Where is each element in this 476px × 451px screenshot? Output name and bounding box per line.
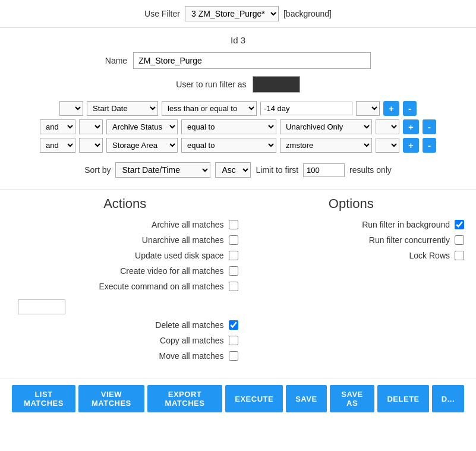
action-delete-checkbox[interactable] (229, 320, 238, 330)
export-matches-button[interactable]: EXPORT MATCHES (147, 385, 223, 412)
filter3-add-button[interactable]: + (403, 138, 419, 153)
filter1-remove-button[interactable]: - (403, 101, 417, 116)
filter2-op-select[interactable]: equal to less than or equal to not equal… (181, 119, 276, 134)
filter2-field-select[interactable]: Archive Status Start Date Storage Area (106, 119, 178, 134)
filter3-remove-button[interactable]: - (423, 138, 436, 153)
action-video-row: Create video for all matches (12, 266, 238, 276)
name-row: Name (0, 52, 476, 69)
save-button[interactable]: SAVE (286, 385, 326, 412)
options-column: Options Run filter in background Run fil… (238, 196, 465, 367)
action-copy-row: Copy all matches (12, 336, 238, 345)
action-delete-row: Delete all matches (12, 320, 238, 330)
filter-row-1: NOT Start Date End Date Archive Status S… (59, 101, 417, 116)
filter1-op-select[interactable]: less than or equal to equal to greater t… (162, 101, 257, 116)
filter1-field-select[interactable]: Start Date End Date Archive Status Stora… (87, 101, 158, 116)
option-lockrows-row: Lock Rows (238, 251, 465, 260)
limit-input[interactable] (303, 163, 345, 177)
user-label: User to run filter as (176, 80, 246, 89)
delete-button[interactable]: DELETE (377, 385, 428, 412)
execute-command-input[interactable] (18, 299, 65, 314)
background-tag: [background] (283, 9, 332, 18)
action-unarchive-label: Unarchive all matches (142, 235, 224, 245)
filter-row-2: and or NOT Archive Status Start Date Sto… (40, 119, 436, 134)
filter-row-3: and or NOT Storage Area Start Date Archi… (40, 138, 436, 153)
filter-rows: NOT Start Date End Date Archive Status S… (0, 101, 476, 153)
action-move-row: Move all matches (12, 351, 238, 361)
use-filter-label: Use Filter (144, 9, 180, 18)
save-as-button[interactable]: SAVE AS (330, 385, 375, 412)
user-row: User to run filter as (0, 76, 476, 93)
action-execute-label: Execute command on all matches (99, 282, 223, 291)
filter3-field-select[interactable]: Storage Area Start Date Archive Status (106, 138, 178, 153)
option-background-checkbox[interactable] (455, 220, 464, 229)
sort-dir-select[interactable]: Asc Desc (215, 162, 251, 178)
filter1-not-select[interactable]: NOT (59, 101, 83, 116)
main-section: Actions Archive all matches Unarchive al… (0, 196, 476, 367)
filter2-not-select[interactable]: NOT (79, 119, 103, 134)
action-diskspace-label: Update used disk space (135, 251, 223, 260)
filter3-extra-select[interactable] (376, 138, 399, 153)
filter2-remove-button[interactable]: - (423, 119, 436, 134)
action-move-label: Move all matches (159, 351, 224, 361)
action-copy-checkbox[interactable] (229, 336, 238, 345)
filter3-op-select[interactable]: equal to less than or equal to not equal… (181, 138, 276, 153)
filter2-value-select[interactable]: Unarchived Only Archived Only All (280, 119, 372, 134)
action-diskspace-checkbox[interactable] (229, 251, 238, 260)
option-concurrent-checkbox[interactable] (455, 235, 464, 245)
limit-suffix: results only (349, 165, 392, 175)
sort-by-label: Sort by (84, 165, 111, 175)
action-video-label: Create video for all matches (120, 266, 223, 276)
name-input[interactable] (133, 52, 371, 69)
view-matches-button[interactable]: VIEW MATCHES (78, 385, 144, 412)
filter-select[interactable]: 3 ZM_Store_Purge* (185, 6, 279, 21)
action-unarchive-checkbox[interactable] (229, 235, 238, 245)
execute-button[interactable]: EXECUTE (225, 385, 283, 412)
actions-column: Actions Archive all matches Unarchive al… (12, 196, 238, 367)
filter3-value-select[interactable]: zmstore default archive (280, 138, 372, 153)
action-diskspace-row: Update used disk space (12, 251, 238, 260)
filter1-add-button[interactable]: + (383, 101, 399, 116)
option-background-label: Run filter in background (362, 220, 450, 229)
action-execute-checkbox[interactable] (229, 282, 238, 291)
list-matches-button[interactable]: LIST MATCHES (12, 385, 75, 412)
action-delete-label: Delete all matches (155, 320, 223, 330)
filter2-add-button[interactable]: + (403, 119, 419, 134)
user-select[interactable] (253, 76, 300, 93)
filter3-connector-select[interactable]: and or (40, 138, 75, 153)
filter1-extra-select[interactable] (356, 101, 380, 116)
action-execute-row: Execute command on all matches (12, 282, 238, 291)
name-label: Name (105, 56, 127, 65)
option-lockrows-label: Lock Rows (409, 251, 450, 260)
limit-label: Limit to first (256, 165, 298, 175)
top-bar: Use Filter 3 ZM_Store_Purge* [background… (0, 0, 476, 28)
action-copy-label: Copy all matches (160, 336, 223, 345)
filter3-not-select[interactable]: NOT (79, 138, 103, 153)
action-archive-checkbox[interactable] (229, 220, 238, 229)
action-archive-label: Archive all matches (152, 220, 223, 229)
actions-title: Actions (12, 196, 238, 212)
sort-field-select[interactable]: Start Date/Time End Date/Time Duration (115, 162, 210, 178)
action-move-checkbox[interactable] (229, 351, 238, 361)
id-label: Id 3 (231, 35, 245, 45)
bottom-buttons: LIST MATCHES VIEW MATCHES EXPORT MATCHES… (0, 379, 476, 418)
option-concurrent-label: Run filter concurrently (369, 235, 450, 245)
action-unarchive-row: Unarchive all matches (12, 235, 238, 245)
id-section: Id 3 (0, 28, 476, 52)
sort-row: Sort by Start Date/Time End Date/Time Du… (0, 162, 476, 178)
filter2-extra-select[interactable] (376, 119, 399, 134)
filter1-value-input[interactable] (260, 102, 352, 115)
action-video-checkbox[interactable] (229, 266, 238, 276)
option-lockrows-checkbox[interactable] (455, 251, 464, 260)
duplicate-button[interactable]: D... (432, 385, 464, 412)
options-title: Options (238, 196, 465, 212)
filter2-connector-select[interactable]: and or (40, 119, 75, 134)
option-concurrent-row: Run filter concurrently (238, 235, 465, 245)
action-archive-row: Archive all matches (12, 220, 238, 229)
option-background-row: Run filter in background (238, 220, 465, 229)
